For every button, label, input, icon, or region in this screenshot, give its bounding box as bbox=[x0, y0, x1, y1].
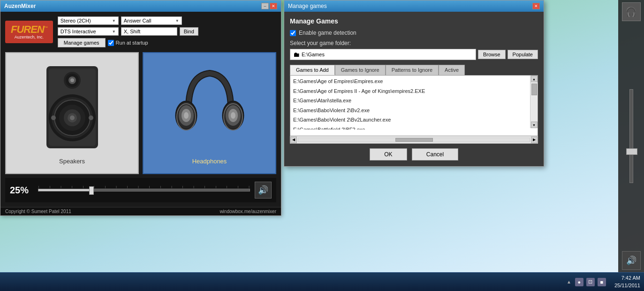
tab-games-to-ignore[interactable]: Games to Ignore bbox=[335, 65, 386, 75]
tabs-row: Games to Add Games to Ignore Patterns to… bbox=[290, 65, 538, 75]
vscroll-up-arrow[interactable]: ▲ bbox=[531, 76, 538, 82]
dialog-titlebar-title: Manage games bbox=[288, 3, 327, 9]
speakers-icon bbox=[37, 61, 107, 155]
taskbar-time: 7:42 AM bbox=[614, 275, 640, 282]
mini-slider-thumb[interactable] bbox=[626, 148, 637, 155]
vscroll-thumb[interactable] bbox=[531, 84, 537, 95]
svg-point-14 bbox=[89, 115, 93, 120]
list-item[interactable]: E:\Games\Battlefield 2\BF2.exe bbox=[291, 125, 537, 130]
volume-slider-thumb[interactable] bbox=[89, 186, 94, 195]
volume-percentage: 25% bbox=[10, 185, 33, 196]
website-text: windowbox.me/auzenmixer bbox=[220, 209, 276, 214]
logo-subtitle: Auzentech, Inc. bbox=[11, 35, 47, 39]
vscroll-down-arrow[interactable]: ▼ bbox=[531, 122, 538, 128]
taskbar-date: 25/11/2011 bbox=[614, 282, 640, 289]
svg-point-22 bbox=[231, 112, 235, 119]
dialog-titlebar: Manage games ✕ bbox=[284, 0, 544, 12]
browse-button[interactable]: Browse bbox=[478, 50, 506, 59]
enable-detection-row: Enable game detection bbox=[290, 30, 538, 36]
controls-row-3: Manage games Run at startup bbox=[58, 38, 276, 47]
vscroll[interactable]: ▲ ▼ bbox=[530, 76, 538, 128]
list-item[interactable]: E:\Games\Age of Empires II - Age of King… bbox=[291, 86, 537, 96]
folder-row: 🖿 E:\Games Browse Populate bbox=[290, 49, 538, 60]
svg-point-18 bbox=[184, 112, 189, 119]
dialog-buttons: OK Cancel bbox=[290, 148, 538, 161]
headphone-svg bbox=[174, 61, 245, 155]
taskbar-clock: 7:42 AM 25/11/2011 bbox=[614, 275, 640, 289]
auzenmixer-header: FUREN™ Auzentech, Inc. Stereo (2CH) ▼ An… bbox=[5, 16, 276, 47]
dropdown3-arrow-icon: ▼ bbox=[112, 30, 116, 34]
mini-slider-track[interactable] bbox=[629, 89, 633, 183]
hscroll-right-arrow[interactable]: ▶ bbox=[531, 137, 538, 143]
close-button[interactable]: ✕ bbox=[270, 3, 277, 9]
volume-slider-track[interactable]: |||||||||||||||||||| bbox=[38, 189, 250, 191]
logo-furen-text: FUREN™ bbox=[11, 24, 47, 35]
populate-button[interactable]: Populate bbox=[508, 50, 538, 59]
dialog-titlebar-controls: ✕ bbox=[532, 3, 540, 9]
copyright-bar: Copyright © Sumeet Patel 2011 windowbox.… bbox=[0, 207, 281, 215]
enable-detection-label: Enable game detection bbox=[299, 30, 356, 36]
taskbar-icon-2: ⊡ bbox=[586, 278, 595, 286]
controls-area: Stereo (2CH) ▼ Answer Call ▼ DTS Interac… bbox=[58, 16, 276, 47]
volume-area: 25% |||||||||||||||||||| 🔊 bbox=[5, 178, 276, 202]
list-item[interactable]: E:\Games\Atari\stella.exe bbox=[291, 96, 537, 106]
speaker-svg bbox=[42, 64, 103, 153]
tab-patterns-to-ignore[interactable]: Patterns to Ignore bbox=[386, 65, 439, 75]
svg-point-12 bbox=[70, 115, 75, 120]
ok-button[interactable]: OK bbox=[370, 148, 407, 161]
folder-input[interactable]: 🖿 E:\Games bbox=[290, 49, 476, 60]
hscroll-row: ◀ ▶ bbox=[290, 136, 538, 144]
run-startup-checkbox[interactable] bbox=[108, 40, 114, 46]
volume-icon-button[interactable]: 🔊 bbox=[255, 182, 272, 199]
taskbar-icon-3: ■ bbox=[598, 278, 606, 286]
games-list[interactable]: E:\Games\Age of Empires\Empires.exe E:\G… bbox=[290, 76, 538, 130]
tab-games-to-add[interactable]: Games to Add bbox=[290, 65, 335, 75]
dialog-body: Manage Games Enable game detection Selec… bbox=[284, 12, 544, 166]
list-item[interactable]: E:\Games\BaboViolent 2\Bv2.exe bbox=[291, 106, 537, 115]
dropdown1-arrow-icon: ▼ bbox=[112, 19, 116, 23]
folder-path: E:\Games bbox=[302, 52, 325, 57]
tab-active[interactable]: Active bbox=[439, 65, 465, 75]
manage-games-button[interactable]: Manage games bbox=[58, 38, 106, 47]
mini-volume-button[interactable]: 🔊 bbox=[622, 251, 641, 270]
hscroll-left-arrow[interactable]: ◀ bbox=[290, 137, 297, 143]
bind-button[interactable]: Bind bbox=[180, 27, 198, 36]
hscroll-track[interactable] bbox=[298, 138, 530, 142]
taskbar: ▲ ● ⊡ ■ 7:42 AM 25/11/2011 bbox=[0, 272, 644, 291]
run-startup-label: Run at startup bbox=[116, 40, 148, 46]
enable-detection-checkbox[interactable] bbox=[290, 30, 296, 36]
headphones-card[interactable]: Headphones bbox=[143, 52, 276, 174]
dialog-close-button[interactable]: ✕ bbox=[532, 3, 540, 9]
game-folder-label: Select your game folder: bbox=[290, 40, 538, 46]
auzenmixer-window: AuzenMixer – ✕ FUREN™ Auzentech, Inc. St… bbox=[0, 0, 281, 216]
run-startup-row: Run at startup bbox=[108, 40, 148, 46]
taskbar-expand-icon[interactable]: ▲ bbox=[567, 279, 571, 284]
games-list-container: E:\Games\Age of Empires\Empires.exe E:\G… bbox=[290, 75, 538, 136]
taskbar-icons: ● ⊡ ■ bbox=[575, 278, 606, 286]
speakers-label: Speakers bbox=[59, 158, 85, 165]
stereo-dropdown[interactable]: Stereo (2CH) ▼ bbox=[58, 16, 119, 25]
mini-headphone-icon: 🎧 bbox=[622, 2, 641, 21]
headphones-label: Headphones bbox=[192, 158, 227, 165]
dropdown2-arrow-icon: ▼ bbox=[175, 19, 179, 23]
titlebar-controls: – ✕ bbox=[261, 3, 277, 9]
headphones-icon bbox=[174, 61, 245, 155]
svg-point-5 bbox=[70, 78, 74, 82]
hscroll-thumb[interactable] bbox=[395, 138, 433, 142]
list-item[interactable]: E:\Games\BaboViolent 2\Bv2Launcher.exe bbox=[291, 115, 537, 125]
volume-slider-fill bbox=[38, 189, 91, 191]
list-item[interactable]: E:\Games\Age of Empires\Empires.exe bbox=[291, 77, 537, 86]
speakers-card[interactable]: Speakers bbox=[5, 52, 139, 174]
right-panel: 🎧 🔊 bbox=[618, 0, 644, 291]
auzenmixer-title: AuzenMixer bbox=[4, 3, 36, 9]
taskbar-icon-1: ● bbox=[575, 278, 583, 286]
auzenmixer-titlebar: AuzenMixer – ✕ bbox=[0, 0, 281, 12]
mini-slider-container bbox=[621, 23, 642, 249]
auzenmixer-body: FUREN™ Auzentech, Inc. Stereo (2CH) ▼ An… bbox=[0, 12, 281, 207]
dts-dropdown[interactable]: DTS Interactive ▼ bbox=[58, 27, 119, 36]
controls-row-2: DTS Interactive ▼ X, Shift Bind bbox=[58, 27, 276, 36]
cancel-button[interactable]: Cancel bbox=[412, 148, 458, 161]
minimize-button[interactable]: – bbox=[261, 3, 269, 9]
xshift-input[interactable]: X, Shift bbox=[121, 27, 177, 36]
answer-call-dropdown[interactable]: Answer Call ▼ bbox=[121, 16, 182, 25]
